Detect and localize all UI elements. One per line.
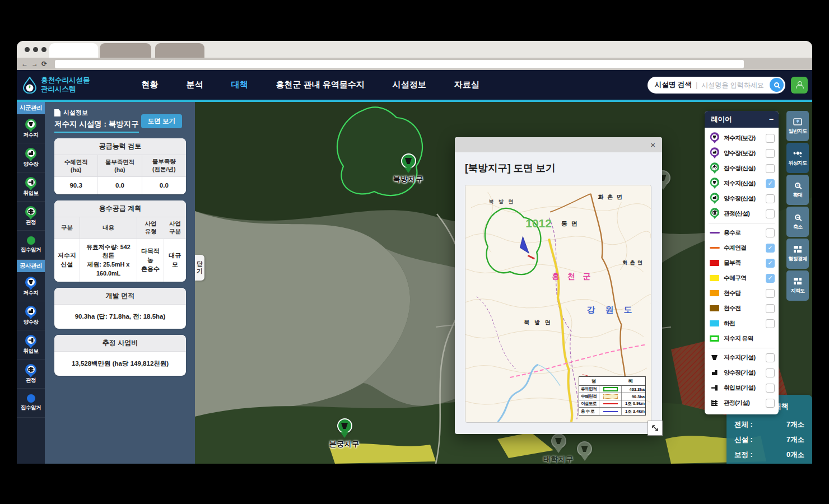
search-input[interactable] (701, 81, 766, 89)
modal-resize-button[interactable] (648, 421, 663, 436)
layer-row-rainfed-field: 천수전 ✓ (709, 301, 775, 316)
menu-status[interactable]: 현황 (142, 80, 159, 90)
legend-title-left: 범 (592, 378, 596, 384)
layer-checkbox[interactable]: ✓ (766, 319, 775, 328)
sidebar-item-reservoir-constr[interactable]: 저수지 (17, 272, 45, 301)
sidebar-item-intake[interactable]: 취입보 (17, 172, 45, 202)
forward-icon[interactable]: → (31, 60, 38, 67)
layer-checkbox[interactable]: ✓ (766, 399, 775, 408)
search-icon (774, 82, 779, 87)
back-icon[interactable]: ← (21, 60, 28, 67)
base-map-icon (793, 118, 802, 125)
layer-checkbox[interactable]: ✓ (766, 353, 775, 362)
sidebar-item-infiltration[interactable]: 집수암거 (17, 231, 45, 260)
boundary-tiles-icon (794, 246, 802, 253)
drawing-map-image: 북 방 면 1012 동 면 화 촌 면 홍 천 군 화 촌 면 북 방 면 강… (465, 185, 651, 423)
sidebar-item-well[interactable]: 관정 (17, 202, 45, 231)
layer-checkbox[interactable]: ✓ (766, 304, 775, 313)
layer-checkbox[interactable]: ✓ (766, 289, 775, 298)
legend-row: 용 수 로 1조 3.4km (579, 408, 645, 415)
pump-glyph-icon (712, 370, 718, 375)
traffic-light-dots (25, 47, 46, 52)
layer-checkbox[interactable]: ✓ (766, 134, 775, 143)
browser-toolbar: ← → ⟳ (17, 58, 812, 70)
map-marker[interactable] (577, 441, 592, 456)
sidebar-item-intake-constr[interactable]: 취입보 (17, 330, 45, 360)
satellite-map-button[interactable]: 위성지도 (786, 143, 809, 173)
layer-checkbox[interactable]: ✓ (766, 194, 775, 203)
reservoir-pin-icon (25, 277, 36, 288)
col-header: 사업 구분 (164, 217, 186, 239)
pump-pin-icon (25, 306, 36, 317)
col-header: 수혜면적 (ha) (54, 155, 98, 177)
layer-checkbox[interactable]: ✓ (766, 274, 775, 283)
card-title: 개발 면적 (54, 288, 186, 305)
view-drawing-button[interactable]: 도면 보기 (141, 114, 182, 128)
zoom-out-button[interactable]: − 축소 (786, 207, 809, 237)
window-dot[interactable] (33, 47, 38, 52)
base-map-button[interactable]: 일반지도 (786, 111, 809, 141)
window-dot[interactable] (41, 47, 46, 52)
layer-checkbox[interactable]: ✓ (766, 209, 775, 218)
menu-facility-info[interactable]: 시설정보 (393, 80, 426, 90)
intake-pin-icon (25, 335, 36, 346)
divider (709, 223, 775, 223)
map-marker-bukbang[interactable]: 북방지구 (393, 153, 423, 184)
facility-search: 시설명 검색 | (648, 77, 785, 94)
stream-connection-line-swatch (710, 247, 720, 249)
infiltration-dot-icon (27, 236, 35, 245)
panel-collapse-tab[interactable]: 닫기 (195, 255, 204, 281)
cadastral-map-button[interactable]: 지적도 (786, 270, 809, 301)
reservoir-watershed-swatch (710, 335, 719, 342)
url-bar[interactable] (55, 60, 744, 68)
sidebar-item-pumpstation[interactable]: 양수장 (17, 143, 45, 172)
browser-tab-active[interactable] (49, 43, 98, 58)
dev-area-value: 90.3ha (답: 71.8ha, 전: 18.5ha) (54, 305, 186, 329)
layer-checkbox[interactable]: ✓ (766, 179, 775, 188)
layer-row-reservoir-watershed: 저수지 유역 (709, 331, 775, 346)
water-drop-icon (22, 77, 37, 94)
menu-library[interactable]: 자료실 (454, 80, 479, 90)
layer-panel: 레이어 − 저수지(보강) ✓ 양수장(보강) ✓ (705, 111, 779, 414)
intake-glyph-icon (711, 385, 718, 391)
menu-water-balance[interactable]: 홍천군 관내 유역물수지 (276, 80, 365, 90)
layer-checkbox[interactable]: ✓ (766, 368, 775, 377)
browser-tab[interactable] (155, 43, 204, 58)
layer-checkbox[interactable]: ✓ (766, 149, 775, 158)
sidebar-item-pumpstation-constr[interactable]: 양수장 (17, 301, 45, 330)
sidebar-item-reservoir[interactable]: 저수지 (17, 114, 45, 143)
browser-tab[interactable] (100, 43, 151, 58)
map-canvas[interactable]: 닫기 북방지구 본궁지구 태학지구 × (195, 102, 812, 464)
reservoir-pin-icon (25, 119, 36, 130)
menu-analysis[interactable]: 분석 (187, 80, 203, 90)
minimize-icon[interactable]: − (769, 115, 774, 124)
reload-icon[interactable]: ⟳ (41, 60, 47, 67)
layer-row-collector-new: 집수정(신설) ✓ (709, 161, 775, 176)
layer-checkbox[interactable]: ✓ (766, 228, 775, 237)
search-button[interactable] (770, 78, 784, 92)
menu-countermeasure[interactable]: 대책 (231, 80, 248, 90)
collector-pin-icon (710, 162, 719, 171)
layer-row-river: 하천 ✓ (709, 316, 775, 331)
sidebar-item-infiltration-constr[interactable]: 집수암거 (17, 389, 45, 418)
window-dot[interactable] (25, 47, 30, 52)
well-pin-icon (710, 208, 719, 217)
label-hongcheon: 홍 천 군 (552, 272, 593, 281)
layer-checkbox[interactable]: ✓ (766, 244, 775, 253)
admin-boundary-button[interactable]: 행정경계 (786, 239, 809, 269)
app-logo[interactable]: 홍천수리시설물 관리시스템 (22, 76, 90, 94)
well-glyph-icon (711, 400, 718, 406)
layer-checkbox[interactable]: ✓ (766, 164, 775, 173)
zoom-in-button[interactable]: + 확대 (786, 175, 809, 205)
map-marker-taehak[interactable]: 태학지구 (543, 433, 574, 464)
map-marker-bongung[interactable]: 본궁지구 (329, 418, 360, 449)
sidebar-item-well-constr[interactable]: 관정 (17, 360, 45, 389)
stats-row-total: 전체 :7개소 (734, 417, 804, 432)
layer-checkbox[interactable]: ✓ (766, 384, 775, 393)
divider (709, 348, 775, 348)
close-icon[interactable]: × (650, 141, 655, 149)
rainfed-field-swatch (710, 305, 719, 311)
user-button[interactable] (791, 77, 808, 94)
layer-checkbox[interactable]: ✓ (766, 259, 775, 268)
layer-row-reservoir-reinforce: 저수지(보강) ✓ (709, 130, 775, 146)
